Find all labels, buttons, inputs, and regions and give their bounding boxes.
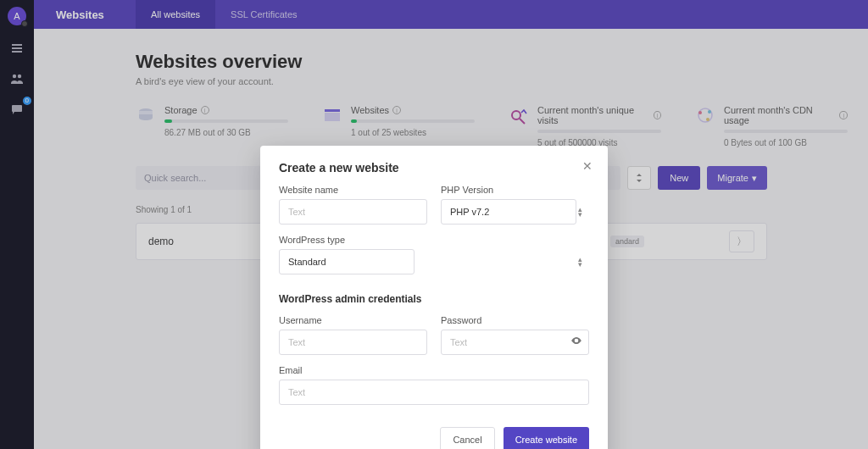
email-input[interactable] xyxy=(279,380,589,405)
create-website-button[interactable]: Create website xyxy=(504,427,589,449)
select-caret-icon: ▴▾ xyxy=(578,207,582,217)
cancel-button[interactable]: Cancel xyxy=(440,427,494,449)
php-version-label: PHP Version xyxy=(441,185,589,195)
eye-icon[interactable] xyxy=(570,335,582,350)
select-caret-icon: ▴▾ xyxy=(578,257,582,267)
password-label: Password xyxy=(441,315,589,325)
username-label: Username xyxy=(279,315,427,325)
wordpress-type-select[interactable] xyxy=(279,249,415,274)
php-version-select[interactable] xyxy=(441,199,576,224)
close-icon[interactable]: ✕ xyxy=(582,159,593,173)
website-name-label: Website name xyxy=(279,185,427,195)
modal-title: Create a new website xyxy=(279,161,589,175)
create-website-modal: Create a new website ✕ Website name PHP … xyxy=(260,146,608,449)
credentials-heading: WordPress admin credentials xyxy=(279,293,589,305)
svg-point-15 xyxy=(576,340,577,341)
password-input[interactable] xyxy=(441,330,589,355)
wordpress-type-label: WordPress type xyxy=(279,235,589,245)
email-label: Email xyxy=(279,365,589,375)
username-input[interactable] xyxy=(279,330,427,355)
website-name-input[interactable] xyxy=(279,199,427,224)
